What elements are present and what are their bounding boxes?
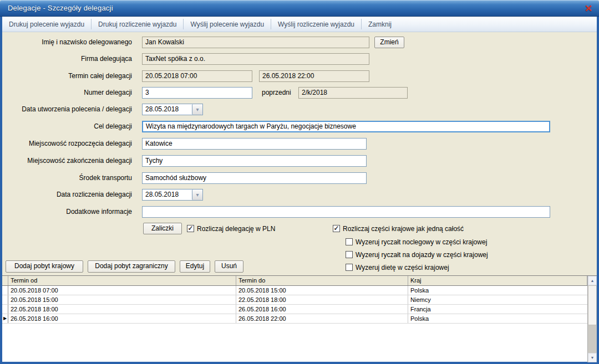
checkmark-icon: ✓: [333, 225, 339, 232]
cell-termin-od: 20.05.2018 07:00: [8, 286, 236, 295]
cell-termin-do: 20.05.2018 15:00: [236, 286, 408, 295]
name-field: Jan Kowalski: [142, 37, 369, 48]
field-label-start-city: Miejscowość rozpoczęcia delegacji: [6, 138, 132, 150]
cell-kraj: Niemcy: [408, 295, 587, 304]
purpose-input[interactable]: Wizyta na międzynarodowych targach w Par…: [142, 121, 550, 132]
column-header-termin-od: Termin od: [8, 276, 236, 285]
checkbox-label: Wyzeruj ryczałt noclegowy w części krajo…: [356, 238, 487, 246]
chevron-down-icon[interactable]: ▾: [192, 189, 202, 200]
chevron-down-icon[interactable]: ▾: [192, 104, 202, 115]
toolbar-button-send-order[interactable]: Wyślij polecenie wyjazdu: [184, 17, 271, 32]
field-label-additional-info: Dodatkowe informacje: [6, 206, 132, 218]
scroll-up-icon[interactable]: ▲: [588, 276, 597, 285]
current-row-marker-icon: ▶: [3, 316, 7, 321]
term-to-field: 26.05.2018 22:00: [259, 70, 369, 82]
cell-termin-od: 26.05.2018 16:00: [8, 314, 236, 323]
titlebar: Delegacje - Szczegóły delegacji ✕: [0, 0, 599, 17]
checkbox-zero-commute[interactable]: ✓ Wyzeruj ryczałt na dojazdy w części kr…: [346, 250, 488, 259]
transport-input[interactable]: Samochód służbowy: [142, 172, 367, 184]
add-foreign-stay-button[interactable]: Dodaj pobyt zagraniczny: [88, 260, 175, 273]
toolbar: Drukuj polecenie wyjazdu Drukuj rozlicze…: [2, 17, 597, 32]
checkbox-label: Wyzeruj ryczałt na dojazdy w części kraj…: [356, 251, 488, 259]
row-gutter: [2, 295, 8, 304]
cell-termin-od: 22.05.2018 18:00: [8, 305, 236, 314]
checkbox-zero-diet[interactable]: ✓ Wyzeruj dietę w części krajowej: [346, 263, 449, 271]
field-label-settlement-date: Data rozliczenia delegacji: [6, 189, 132, 201]
previous-number-label: poprzedni: [262, 87, 291, 99]
creation-date-dropdown[interactable]: 28.05.2018 ▾: [142, 104, 203, 115]
checkbox-settle-pln[interactable]: ✓ Rozliczaj delegację w PLN: [187, 224, 275, 233]
field-label-purpose: Cel delegacji: [6, 121, 132, 132]
table-scrollbar[interactable]: ▲ ▼: [587, 276, 597, 362]
checkbox-icon: ✓: [346, 251, 353, 258]
field-label-transport: Środek transportu: [6, 172, 132, 184]
edit-stay-button[interactable]: Edytuj: [180, 260, 210, 273]
settlement-date-value: 28.05.2018: [143, 189, 192, 200]
checkbox-icon: ✓: [346, 238, 353, 245]
row-gutter: [2, 305, 8, 314]
table-row[interactable]: 20.05.2018 07:00 20.05.2018 15:00 Polska: [2, 286, 587, 295]
change-name-button[interactable]: Zmień: [374, 37, 404, 48]
cell-kraj: Polska: [408, 314, 587, 323]
delegation-number-input[interactable]: 3: [142, 87, 252, 99]
toolbar-button-print-order[interactable]: Drukuj polecenie wyjazdu: [2, 17, 91, 32]
table-header-row: Termin od Termin do Kraj: [2, 276, 587, 286]
cell-termin-do: 26.05.2018 16:00: [236, 305, 408, 314]
cell-termin-od: 20.05.2018 15:00: [8, 295, 236, 304]
field-label-creation-date: Data utworzenia polecenia / delegacji: [6, 104, 132, 115]
window-border-bottom: [0, 362, 599, 364]
window-border-right: [597, 17, 599, 364]
table-header-gutter: [2, 276, 8, 285]
toolbar-button-print-settlement[interactable]: Drukuj rozliczenie wyjazdu: [92, 17, 183, 32]
creation-date-value: 28.05.2018: [143, 104, 192, 115]
stays-table-body: Termin od Termin do Kraj 20.05.2018 07:0…: [2, 276, 587, 362]
checkbox-label: Rozliczaj delegację w PLN: [197, 225, 275, 233]
field-label-end-city: Miejscowość zakończenia delegacji: [6, 155, 132, 167]
table-row[interactable]: 20.05.2018 15:00 22.05.2018 18:00 Niemcy: [2, 295, 587, 305]
checkbox-icon: ✓: [333, 225, 340, 232]
scrollbar-thumb[interactable]: [588, 285, 597, 325]
advances-button[interactable]: Zaliczki: [143, 223, 182, 234]
row-gutter: ▶: [2, 314, 8, 323]
start-city-input[interactable]: Katowice: [142, 138, 367, 150]
checkbox-icon: ✓: [346, 264, 353, 271]
delegation-details-window: Delegacje - Szczegóły delegacji ✕ Drukuj…: [0, 0, 599, 364]
end-city-input[interactable]: Tychy: [142, 155, 367, 167]
field-label-number: Numer delegacji: [6, 87, 132, 99]
column-header-termin-do: Termin do: [236, 276, 408, 285]
cell-kraj: Polska: [408, 286, 587, 295]
table-row-selected[interactable]: ▶ 26.05.2018 16:00 26.05.2018 22:00 Pols…: [2, 314, 587, 324]
add-domestic-stay-button[interactable]: Dodaj pobyt krajowy: [6, 260, 83, 273]
field-label-company: Firma delegująca: [6, 53, 132, 65]
cell-kraj: Francja: [408, 305, 587, 314]
delete-stay-button[interactable]: Usuń: [215, 260, 243, 273]
company-field: TaxNet spółka z o.o.: [142, 53, 369, 65]
checkbox-domestic-as-whole[interactable]: ✓ Rozliczaj części krajowe jak jedną cał…: [333, 224, 464, 233]
additional-info-input[interactable]: [142, 206, 550, 218]
checkbox-icon: ✓: [187, 225, 194, 232]
previous-number-field: 2/k/2018: [298, 87, 408, 99]
close-icon: ✕: [585, 3, 592, 14]
toolbar-button-close[interactable]: Zamknij: [362, 17, 398, 32]
cell-termin-do: 26.05.2018 22:00: [236, 314, 408, 323]
stays-table: Termin od Termin do Kraj 20.05.2018 07:0…: [2, 275, 597, 362]
field-label-name: Imię i nazwisko delegowanego: [6, 37, 132, 48]
row-gutter: [2, 286, 8, 295]
column-header-kraj: Kraj: [408, 276, 587, 285]
checkmark-icon: ✓: [187, 225, 193, 232]
field-label-term: Termin całej delegacji: [6, 70, 132, 82]
term-from-field: 20.05.2018 07:00: [142, 70, 252, 82]
checkbox-label: Wyzeruj dietę w części krajowej: [356, 264, 449, 271]
table-row[interactable]: 22.05.2018 18:00 26.05.2018 16:00 Francj…: [2, 305, 587, 314]
checkbox-label: Rozliczaj części krajowe jak jedną całoś…: [343, 225, 464, 233]
checkbox-zero-lodging[interactable]: ✓ Wyzeruj ryczałt noclegowy w części kra…: [346, 238, 487, 246]
settlement-date-dropdown[interactable]: 28.05.2018 ▾: [142, 189, 203, 201]
cell-termin-do: 22.05.2018 18:00: [236, 295, 408, 304]
toolbar-button-send-settlement[interactable]: Wyślij rozliczenie wyjazdu: [271, 17, 361, 32]
window-title: Delegacje - Szczegóły delegacji: [8, 4, 113, 12]
close-button[interactable]: ✕: [582, 2, 595, 14]
scroll-down-icon[interactable]: ▼: [588, 353, 597, 362]
